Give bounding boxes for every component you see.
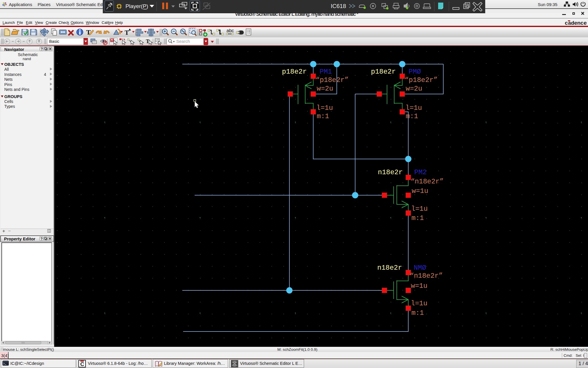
svg-text:Player(P): Player(P)	[125, 3, 148, 9]
svg-text:“p18e2r”: “p18e2r”	[405, 76, 438, 84]
svg-text:l=1u: l=1u	[405, 104, 422, 112]
svg-text:PM2: PM2	[414, 168, 427, 176]
svg-text:m:1: m:1	[411, 309, 424, 317]
svg-text:PM1: PM1	[320, 68, 332, 76]
svg-text:T: T	[125, 29, 129, 36]
svg-text:w=2u: w=2u	[406, 85, 422, 93]
svg-text:w=1u: w=1u	[412, 187, 428, 195]
svg-text:abc: abc	[227, 28, 234, 33]
svg-text:l=1u: l=1u	[411, 300, 428, 307]
svg-text:p18e2r: p18e2r	[371, 68, 396, 76]
svg-text:IC618: IC618	[331, 3, 346, 9]
svg-text:w=2u: w=2u	[317, 85, 333, 93]
svg-text:PMØ: PMØ	[409, 68, 421, 76]
svg-text:?: ?	[41, 47, 43, 51]
svg-text:“p18e2r”: “p18e2r”	[316, 76, 349, 84]
svg-text:l=1u: l=1u	[316, 104, 333, 112]
svg-text:w=1u: w=1u	[411, 282, 428, 290]
svg-text:“n18e2r”: “n18e2r”	[410, 272, 443, 280]
svg-text:m:1: m:1	[411, 214, 424, 222]
svg-text:p18e2r: p18e2r	[282, 68, 307, 76]
svg-text:?: ?	[40, 237, 42, 241]
svg-text:n18e2r: n18e2r	[378, 168, 403, 176]
svg-text:Basic: Basic	[49, 39, 59, 44]
svg-text:“n18e2r”: “n18e2r”	[411, 178, 444, 185]
svg-text:m:1: m:1	[406, 112, 418, 120]
svg-text:NMØ: NMØ	[414, 264, 426, 272]
svg-text:m:1: m:1	[317, 112, 329, 120]
svg-text:Search: Search	[176, 39, 190, 44]
svg-text:C: C	[80, 361, 84, 367]
svg-text:T: T	[146, 39, 149, 44]
svg-text:n18e2r: n18e2r	[377, 264, 402, 272]
svg-text:l=1u: l=1u	[411, 205, 428, 213]
